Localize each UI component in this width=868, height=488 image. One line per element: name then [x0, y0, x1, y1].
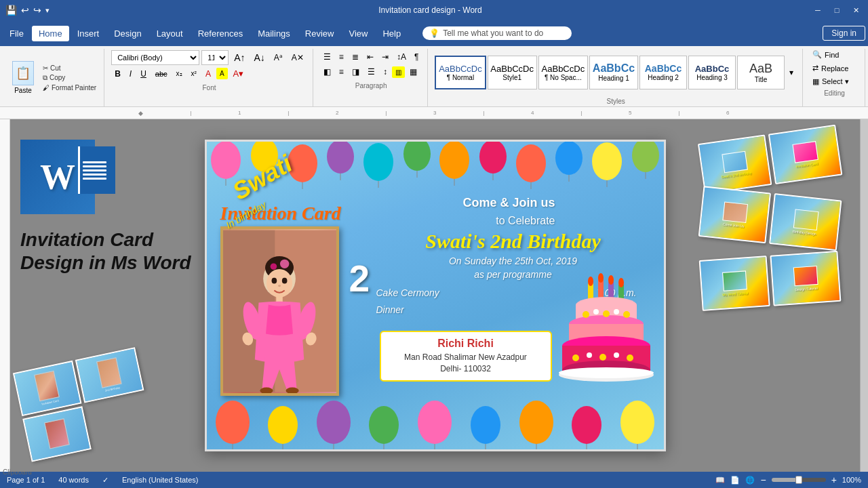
superscript-button[interactable]: x²	[188, 68, 200, 79]
bullets-button[interactable]: ☰	[320, 50, 334, 64]
style-heading2[interactable]: AaBbCc Heading 2	[639, 56, 687, 89]
styles-more-button[interactable]: ▾	[786, 49, 797, 96]
align-left-button[interactable]: ◧	[320, 65, 334, 79]
highlight-button[interactable]: A	[216, 68, 228, 79]
find-button[interactable]: 🔍 Find	[810, 49, 859, 60]
minimize-button[interactable]: ─	[811, 3, 825, 17]
style-no-spacing[interactable]: AaBbCcDc ¶ No Spac...	[538, 56, 588, 89]
spelling-icon: ✓	[102, 476, 108, 485]
word-logo-doc	[78, 146, 115, 194]
menu-insert[interactable]: Insert	[71, 26, 106, 41]
undo-icon[interactable]: ↩	[21, 5, 29, 16]
view-print-button[interactable]: 📄	[730, 476, 740, 485]
select-button[interactable]: ▦ Select ▾	[810, 76, 859, 87]
menu-design[interactable]: Design	[107, 26, 148, 41]
align-center-button[interactable]: ≡	[336, 65, 347, 79]
right-thumb-group-2: Come Join Us Birthday Design	[698, 186, 859, 253]
view-web-button[interactable]: 🌐	[745, 476, 755, 485]
zoom-out-button[interactable]: −	[760, 474, 766, 485]
paragraph-label: Paragraph	[320, 80, 422, 91]
right-thumb-2: Invitation Card	[768, 125, 842, 184]
svg-point-14	[479, 140, 507, 174]
svg-point-62	[623, 311, 630, 318]
scroll-area[interactable]: W ➜ Invitation Card Design in Ms Word	[10, 119, 868, 472]
sort-button[interactable]: ↕A	[393, 50, 410, 64]
right-thumb-1: Swati's 2nd Birthday	[698, 134, 772, 194]
borders-button[interactable]: ▦	[406, 65, 420, 79]
menu-file[interactable]: File	[3, 26, 31, 41]
bold-button[interactable]: B	[111, 67, 124, 81]
style-style1[interactable]: AaBbCcDc Style1	[488, 56, 537, 89]
maximize-button[interactable]: □	[830, 3, 844, 17]
zoom-slider[interactable]	[772, 478, 826, 482]
change-case-button[interactable]: Aᵃ	[271, 51, 286, 64]
view-read-button[interactable]: 📖	[715, 476, 725, 485]
justify-button[interactable]: ☰	[364, 65, 378, 79]
svg-point-8	[363, 143, 393, 181]
redo-icon[interactable]: ↪	[33, 5, 41, 16]
svg-point-66	[614, 352, 619, 358]
svg-point-12	[439, 141, 469, 179]
birthday-text: Swati's 2nd Birthday	[376, 230, 650, 253]
save-icon[interactable]: 💾	[5, 5, 17, 16]
svg-point-33	[278, 285, 281, 287]
format-painter-button[interactable]: 🖌 Format Painter	[41, 83, 98, 92]
menu-mailings[interactable]: Mailings	[251, 26, 297, 41]
shrink-font-button[interactable]: A↓	[250, 50, 268, 65]
svg-point-65	[599, 354, 606, 361]
number-2: 2	[349, 257, 370, 300]
title-bar: 💾 ↩ ↪ ▾ Invitation card design - Word ─ …	[0, 0, 868, 20]
paste-icon: 📋	[12, 61, 34, 85]
zoom-in-button[interactable]: +	[831, 474, 837, 485]
menu-home[interactable]: Home	[32, 26, 69, 41]
style-title[interactable]: AaB Title	[737, 56, 785, 89]
paste-button[interactable]: 📋 Paste	[8, 60, 38, 96]
svg-point-59	[593, 309, 599, 314]
svg-point-47	[608, 275, 614, 285]
signin-button[interactable]: Sign in	[823, 26, 865, 41]
date-text: On Sunday the 25th Oct, 2019	[376, 256, 650, 266]
select-icon: ▦	[812, 77, 819, 86]
font-size-select[interactable]: 11	[201, 50, 229, 65]
line-spacing-button[interactable]: ↕	[380, 65, 391, 79]
photo-frame	[220, 226, 339, 396]
increase-indent-button[interactable]: ⇥	[378, 50, 392, 64]
style-heading1[interactable]: AaBbCc Heading 1	[589, 56, 638, 89]
cut-button[interactable]: ✂ Cut	[41, 64, 98, 73]
strikethrough-button[interactable]: abc	[152, 68, 171, 80]
style-heading3[interactable]: AaBbCc Heading 3	[688, 56, 736, 89]
grow-font-button[interactable]: A↑	[231, 50, 248, 65]
replace-button[interactable]: ⇄ Replace	[810, 62, 859, 74]
shading-button[interactable]: ▥	[392, 66, 405, 78]
paintbrush-icon: 🖌	[43, 84, 50, 92]
align-right-button[interactable]: ◨	[349, 65, 363, 79]
text-color-button[interactable]: A	[202, 67, 214, 81]
font-name-select[interactable]: Calibri (Body)	[111, 50, 199, 65]
copy-button[interactable]: ⧉ Copy	[41, 73, 98, 83]
underline-button[interactable]: U	[137, 67, 150, 81]
svg-point-18	[555, 141, 583, 175]
font-color-button[interactable]: A▾	[230, 66, 248, 81]
menu-view[interactable]: View	[342, 26, 374, 41]
customize-icon[interactable]: ▾	[45, 6, 50, 15]
subscript-button[interactable]: x₂	[173, 68, 186, 79]
vertical-scrollbar[interactable]	[860, 119, 868, 472]
style-normal[interactable]: AaBbCcDc ¶ Normal	[435, 56, 486, 89]
multilevel-button[interactable]: ≣	[349, 50, 362, 64]
right-thumb-group-3: Ms Word Tutorial Design Tutorial	[699, 249, 859, 311]
menu-references[interactable]: References	[191, 26, 250, 41]
clear-format-button[interactable]: A✕	[288, 51, 307, 64]
right-thumb-4: Birthday Design	[769, 193, 842, 251]
numbering-button[interactable]: ≡	[336, 50, 347, 64]
tell-me-input[interactable]: 💡 Tell me what you want to do	[422, 26, 572, 40]
show-formatting-button[interactable]: ¶	[411, 50, 422, 64]
close-button[interactable]: ✕	[849, 3, 863, 17]
italic-button[interactable]: I	[126, 67, 135, 81]
menu-layout[interactable]: Layout	[150, 26, 190, 41]
balloons-bottom	[207, 388, 664, 449]
menu-review[interactable]: Review	[298, 26, 341, 41]
menu-help[interactable]: Help	[376, 26, 408, 41]
main-area: W ➜ Invitation Card Design in Ms Word	[0, 119, 868, 472]
decrease-indent-button[interactable]: ⇤	[363, 50, 377, 64]
status-bar: Page 1 of 1 40 words ✓ English (United S…	[0, 472, 868, 488]
